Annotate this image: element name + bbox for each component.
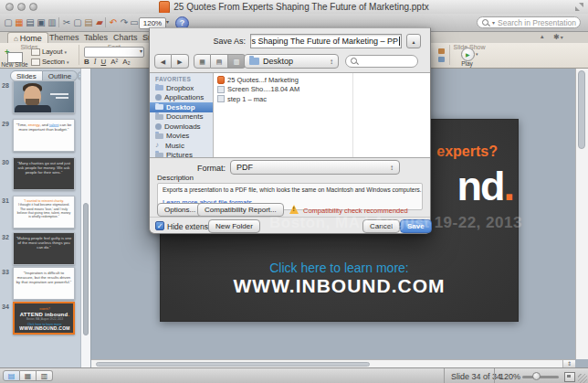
hide-extension-checkbox[interactable]: ✓ — [155, 221, 164, 230]
horizontal-scrollbar-thumb[interactable] — [96, 362, 370, 367]
new-slide-button[interactable]: New Slide — [0, 61, 29, 68]
cut-icon[interactable]: ✂ — [61, 16, 72, 28]
minimize-window-button[interactable] — [17, 3, 26, 11]
presenter-view-button[interactable]: ▥ — [37, 370, 53, 381]
normal-view-button[interactable]: ▤ — [3, 370, 20, 381]
animation-icon[interactable] — [438, 57, 445, 62]
view-buttons: ▤ ▦ ▥ — [3, 370, 53, 381]
section-button[interactable]: Section▾ — [31, 58, 69, 66]
sidebar-scrollbar[interactable] — [80, 68, 90, 367]
file-row-screenshot[interactable]: Screen Sho....18.04 AM — [214, 85, 430, 95]
icon-view-button[interactable]: ▦ — [194, 54, 211, 69]
music-icon: ♪ — [155, 142, 163, 149]
new-presentation-icon[interactable]: ▢ — [3, 16, 14, 28]
zoom-dropdown-arrow[interactable]: ▾ — [166, 18, 169, 25]
file-row-presentation[interactable]: 25 Quotes...f Marketing — [214, 75, 430, 85]
slide-thumbnail-31[interactable]: “I wanted to reinvent charity.I thought … — [13, 196, 75, 229]
slide-thumbnail-28[interactable] — [13, 80, 75, 113]
favorites-item-downloads[interactable]: Downloads — [150, 122, 213, 132]
copy-icon[interactable]: ▢ — [72, 16, 83, 28]
vertical-scrollbar[interactable] — [575, 68, 588, 359]
close-window-button[interactable] — [5, 3, 14, 11]
resize-grip[interactable] — [578, 374, 587, 383]
photo-torso — [15, 105, 51, 113]
gear-menu-arrow: ▾ — [561, 35, 563, 40]
pictures-icon — [155, 153, 163, 157]
options-button[interactable]: Options... — [157, 203, 203, 217]
home-icon: ⌂ — [14, 35, 18, 43]
undo-icon[interactable]: ↶ — [108, 16, 119, 28]
zoom-slider-track[interactable] — [522, 376, 559, 378]
cancel-button[interactable]: Cancel — [362, 219, 400, 233]
slide-thumbnail-29[interactable]: “Time, energy, and talent can be more im… — [13, 119, 75, 152]
fit-slide-button[interactable] — [564, 372, 575, 382]
statusbar-divider — [444, 368, 445, 383]
file-name: 25 Quotes...f Marketing — [227, 76, 299, 84]
sidebar-scrollbar-thumb[interactable] — [83, 203, 89, 335]
document-proxy-icon[interactable] — [159, 1, 170, 13]
save-icon[interactable]: ▣ — [36, 16, 47, 28]
slide-thumbnail-33[interactable]: “Inspiration is difficult to measure, bu… — [13, 267, 75, 300]
slide-thumbnail-34-selected[interactable]: experts? ATTEND inbound. Boston, MA | Au… — [13, 302, 75, 335]
favorites-item-documents[interactable]: Documents — [150, 112, 213, 122]
zoom-slider-thumb[interactable] — [532, 372, 541, 380]
vertical-scrollbar-thumb[interactable] — [578, 70, 585, 149]
bold-button[interactable]: B — [84, 58, 89, 66]
search-field[interactable]: ▾ Search in Presentation — [477, 16, 581, 28]
favorites-item-dropbox[interactable]: Dropbox — [150, 83, 213, 93]
play-menu-arrow[interactable]: ▾ — [476, 51, 478, 57]
back-button[interactable]: ◀ — [154, 54, 172, 69]
favorites-item-music[interactable]: ♪Music — [150, 141, 213, 151]
gallery-icon[interactable]: ▦ — [14, 16, 25, 28]
zoom-window-button[interactable] — [29, 3, 37, 11]
powerpoint-file-icon — [217, 76, 225, 84]
save-button[interactable]: Save — [400, 219, 432, 233]
favorites-item-desktop[interactable]: Desktop — [150, 102, 213, 112]
slide-number: 33 — [2, 269, 11, 275]
forward-button[interactable]: ▶ — [172, 54, 189, 69]
quote-accent: energy — [28, 122, 40, 127]
inbound-wordmark-fragment: nd. — [457, 165, 514, 207]
filename-field[interactable]: s Shaping The Future of Marketing – PP — [250, 34, 402, 48]
photo-caption-line — [50, 93, 68, 95]
expand-collapse-button[interactable]: ▴ — [406, 34, 421, 48]
favorites-label: Music — [165, 142, 184, 150]
inbound-wordmark: inbound — [45, 311, 68, 317]
horizontal-scrollbar[interactable]: ⇕ — [91, 359, 575, 367]
print-icon[interactable]: ▥ — [47, 16, 58, 28]
new-folder-button[interactable]: New Folder — [208, 219, 260, 233]
transition-icon[interactable] — [438, 48, 445, 54]
compatibility-warning-text: Compatibility check recommended — [303, 207, 408, 215]
format-painter-icon[interactable]: ▰ — [94, 16, 105, 28]
list-view-button[interactable]: ▤ — [211, 54, 228, 69]
play-button[interactable]: ▶ — [461, 48, 475, 61]
thumb-heading: experts? — [15, 307, 75, 310]
subscript-button[interactable]: A₂ — [122, 58, 130, 66]
description-text: Exports a presentation to a PDF file, wh… — [163, 186, 423, 194]
superscript-button[interactable]: A² — [110, 58, 118, 66]
fullscreen-icon[interactable] — [575, 3, 583, 11]
underline-button[interactable]: U — [100, 58, 106, 66]
search-menu-arrow[interactable]: ▾ — [492, 19, 495, 26]
slide-sorter-view-button[interactable]: ▦ — [20, 370, 37, 381]
location-dropdown[interactable]: Desktop ↕ — [244, 54, 339, 69]
layout-button[interactable]: Layout▾ — [31, 48, 67, 56]
favorites-item-movies[interactable]: Movies — [150, 132, 213, 142]
italic-button[interactable]: I — [94, 58, 97, 66]
slide-number: 30 — [2, 159, 11, 165]
file-row-step1[interactable]: step 1 – mac — [214, 94, 430, 104]
slide-thumbnail-30[interactable]: “Many charities go out and just ask peop… — [13, 157, 75, 190]
favorites-item-pictures[interactable]: Pictures — [150, 151, 213, 158]
ribbon-gear-icon[interactable]: ✱▾ — [553, 33, 563, 41]
scrollbar-split-button[interactable]: ⇕ — [562, 360, 575, 367]
favorites-item-applications[interactable]: Applications — [150, 93, 213, 103]
open-icon[interactable]: ▤ — [25, 16, 36, 28]
dialog-search-field[interactable] — [345, 55, 418, 68]
font-name-combo[interactable] — [84, 47, 144, 58]
compatibility-report-button[interactable]: Compatibility Report... — [197, 203, 284, 217]
paste-icon[interactable]: ▤ — [83, 16, 94, 28]
ribbon-collapse-icon[interactable]: ▴ — [541, 33, 544, 40]
applications-icon — [155, 94, 162, 101]
format-dropdown[interactable]: PDF ↕ — [230, 160, 400, 175]
slide-thumbnail-32[interactable]: “Making people feel guilty is one of the… — [13, 232, 75, 265]
